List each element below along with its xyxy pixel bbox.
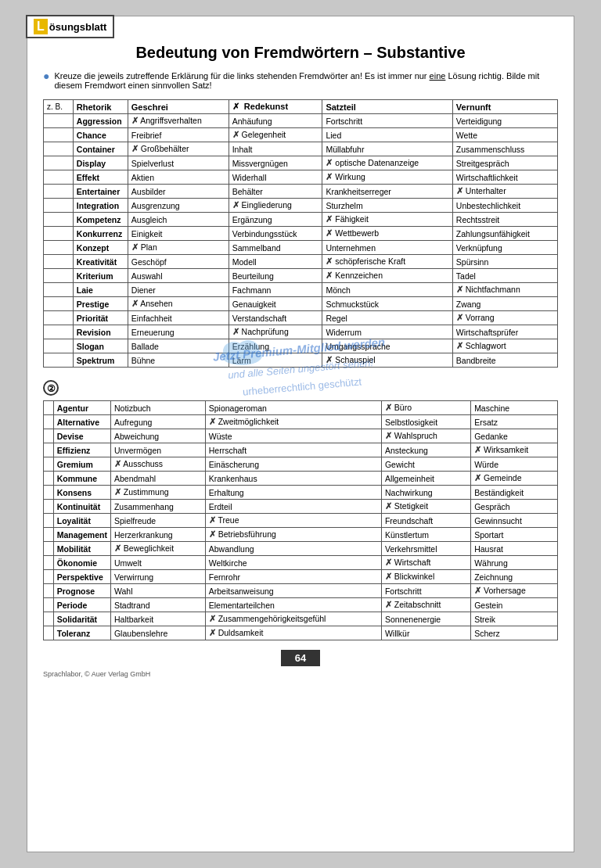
section1-table: z. B. Rhetorik Geschrei ✗ Redekunst Satz… — [43, 99, 558, 368]
table-row: Mobilität ✗ Beweglichkeit Abwandlung Ver… — [44, 542, 558, 556]
logo-text: ösungsblatt — [49, 21, 107, 33]
bullet-icon: ● — [43, 70, 49, 82]
table-row: Konzept ✗ Plan Sammelband Unternehmen Ve… — [44, 241, 558, 255]
example-row: z. B. Rhetorik Geschrei ✗ Redekunst Satz… — [44, 100, 558, 114]
table-row: Aggression ✗ Angriffsverhalten Anhäufung… — [44, 114, 558, 128]
table-row: Laie Diener Fachmann Mönch ✗ Nichtfachma… — [44, 283, 558, 297]
page: L ösungsblatt Bedeutung von Fremdwörtern… — [0, 0, 601, 868]
instruction: ● Kreuze die jeweils zutreffende Erkläru… — [43, 71, 558, 90]
table-row: Solidarität Haltbarkeit ✗ Zusammengehöri… — [44, 612, 558, 626]
table-row: Revision Erneuerung ✗ Nachprüfung Widerr… — [44, 325, 558, 339]
table-row: Devise Abweichung Wüste ✗ Wahlspruch Ged… — [44, 429, 558, 443]
footer: 64 — [43, 650, 558, 666]
example-opt1: Geschrei — [128, 100, 229, 114]
table-row: Integration Ausgrenzung ✗ Eingliederung … — [44, 199, 558, 213]
sheet: L ösungsblatt Bedeutung von Fremdwörtern… — [27, 16, 574, 852]
table-row: Kriterium Auswahl Beurteilung ✗ Kennzeic… — [44, 269, 558, 283]
table-row: Effizienz Unvermögen Herrschaft Anstecku… — [44, 443, 558, 457]
table-row: Perspektive Verwirrung Fernrohr ✗ Blickw… — [44, 570, 558, 584]
table-row: Kreativität Geschöpf Modell ✗ schöpferis… — [44, 255, 558, 269]
instruction-text: Kreuze die jeweils zutreffende Erklärung… — [54, 71, 558, 90]
table-row: Chance Freibrief ✗ Gelegenheit Lied Wett… — [44, 128, 558, 142]
logo-bar: L ösungsblatt — [26, 15, 114, 38]
table-row: Gremium ✗ Ausschuss Einäscherung Gewicht… — [44, 457, 558, 472]
section2-table: Agentur Notizbuch Spionageroman ✗ Büro M… — [43, 400, 558, 640]
table-row: Konkurrenz Einigkeit Verbindungsstück ✗ … — [44, 227, 558, 241]
logo-letter: L — [34, 19, 48, 34]
table-row: Effekt Aktien Widerhall ✗ Wirkung Wirtsc… — [44, 170, 558, 185]
table-row: Kontinuität Zusammenhang Erdteil ✗ Steti… — [44, 500, 558, 514]
footer-credit: Sprachlabor, © Auer Verlag GmbH — [43, 670, 558, 678]
example-opt4: Vernunft — [452, 100, 557, 114]
table-row: Kommune Abendmahl Krankenhaus Allgemeinh… — [44, 472, 558, 486]
page-title: Bedeutung von Fremdwörtern – Substantive — [43, 44, 558, 62]
table-row: Loyalität Spielfreude ✗ Treue Freundscha… — [44, 514, 558, 528]
table-row: Toleranz Glaubenslehre ✗ Duldsamkeit Wil… — [44, 626, 558, 640]
table-row: Prestige ✗ Ansehen Genauigkeit Schmuckst… — [44, 297, 558, 311]
table-row: Display Spielverlust Missvergnügen ✗ opt… — [44, 156, 558, 170]
section2-header: ② — [43, 374, 558, 399]
table-row: Priorität Einfachheit Verstandschaft Reg… — [44, 311, 558, 325]
table-row: Agentur Notizbuch Spionageroman ✗ Büro M… — [44, 401, 558, 415]
table-row: Alternative Aufregung ✗ Zweitmöglichkeit… — [44, 415, 558, 429]
table-row: Periode Stadtrand Elementarteilchen ✗ Ze… — [44, 598, 558, 612]
table-row: Slogan Ballade Erzählung Umgangssprache … — [44, 339, 558, 353]
table-row: Prognose Wahl Arbeitsanweisung Fortschri… — [44, 584, 558, 598]
table-row: Konsens ✗ Zustimmung Erhaltung Nachwirku… — [44, 486, 558, 500]
section2-label: ② — [43, 380, 59, 396]
page-number: 64 — [281, 650, 320, 666]
example-opt3: Satzteil — [322, 100, 452, 114]
example-word: Rhetorik — [73, 100, 128, 114]
table-row: Kompetenz Ausgleich Ergänzung ✗ Fähigkei… — [44, 213, 558, 227]
example-label: z. B. — [44, 100, 74, 114]
table-row: Management Herzerkrankung ✗ Betriebsführ… — [44, 528, 558, 542]
table-row: Ökonomie Umwelt Weltkirche ✗ Wirtschaft … — [44, 556, 558, 570]
table-row: Spektrum Bühne Lärm ✗ Schauspiel Bandbre… — [44, 353, 558, 368]
table-row: Entertainer Ausbilder Behälter Krankheit… — [44, 185, 558, 199]
example-opt2: ✗ Redekunst — [229, 100, 322, 114]
table-row: Container ✗ Großbehälter Inhalt Müllabfu… — [44, 142, 558, 156]
